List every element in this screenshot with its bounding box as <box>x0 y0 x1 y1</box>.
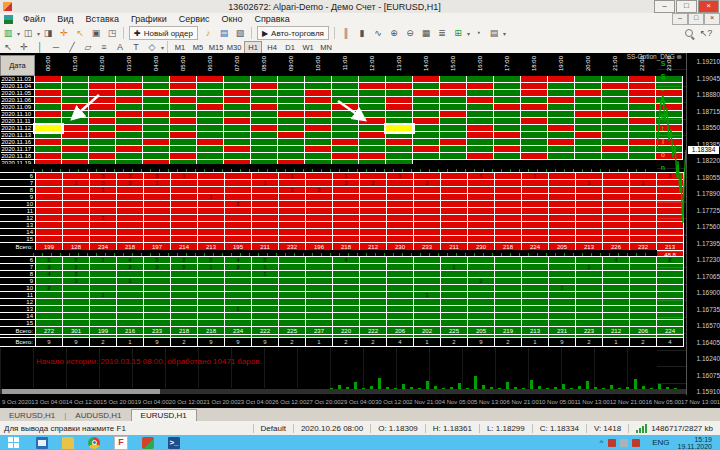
heatmap-cell <box>278 146 305 153</box>
language-indicator[interactable]: ENG <box>652 438 669 447</box>
dropdown-caret-icon[interactable]: ▾ <box>17 30 20 37</box>
restore-button[interactable]: □ <box>676 0 697 13</box>
stats-cell <box>36 208 63 215</box>
timeframe-W1[interactable]: W1 <box>300 42 316 53</box>
chart-menu-icon[interactable] <box>4 15 13 24</box>
heatmap-cell <box>575 132 602 139</box>
new-window-icon[interactable]: ▣ <box>89 27 103 39</box>
footer-total-value: 2 <box>171 338 198 347</box>
cursor-tool-icon[interactable]: ↖ <box>73 27 87 39</box>
dropdown-caret-icon[interactable]: ▾ <box>503 30 506 37</box>
stats-cell <box>333 306 360 313</box>
taskbar-clock[interactable]: 15:19 19.11.2020 <box>677 436 712 450</box>
menu-Графики[interactable]: Графики <box>125 14 173 24</box>
chart-tab-2[interactable]: EURUSD,H1 <box>131 409 197 421</box>
search-icon[interactable] <box>685 29 694 38</box>
chart-tab-1[interactable]: AUDUSD,H1 <box>66 410 130 421</box>
menu-Файл[interactable]: Файл <box>17 14 51 24</box>
chart-shift-icon[interactable]: ◨ <box>41 27 55 39</box>
tester-icon[interactable]: ▧ <box>233 27 247 39</box>
terminal-icon[interactable]: ▤ <box>217 27 231 39</box>
chart-tab-0[interactable]: EURUSD,H1 <box>0 410 64 421</box>
timeframe-M15[interactable]: M15 <box>208 42 224 53</box>
app-icon[interactable] <box>142 437 154 449</box>
fibonacci-icon[interactable]: ≡ <box>97 41 111 53</box>
tray-chevron-icon[interactable]: ^ <box>599 438 603 447</box>
timeframe-H4[interactable]: H4 <box>264 42 280 53</box>
status-profile[interactable]: Default <box>253 424 293 433</box>
shapes-icon[interactable]: ◇ <box>145 41 159 53</box>
heatmap-cell <box>548 111 575 118</box>
tray-icon[interactable] <box>620 439 628 447</box>
vline-icon[interactable]: │ <box>33 41 47 53</box>
time-axis[interactable]: 9 Oct 202013 Oct 04:0014 Oct 12:0015 Oct… <box>0 395 686 408</box>
stats-cell <box>414 299 441 306</box>
stats-cell <box>333 292 360 299</box>
chrome-icon[interactable] <box>88 437 100 449</box>
timeframe-MN[interactable]: MN <box>318 42 334 53</box>
indicators-icon[interactable]: ⊞ <box>451 27 465 39</box>
menu-Окно[interactable]: Окно <box>216 14 249 24</box>
trendline-icon[interactable]: ╱ <box>65 41 79 53</box>
auto-trading-button[interactable]: ▶ Авто-торговля <box>257 26 329 40</box>
cursor-icon[interactable]: ↖ <box>1 41 15 53</box>
file-explorer-icon[interactable] <box>36 437 48 449</box>
stats-cell <box>468 201 495 208</box>
dropdown-caret-icon[interactable]: ▾ <box>161 44 164 51</box>
mdi-close-button[interactable]: × <box>704 13 720 25</box>
close-button[interactable]: × <box>698 0 719 13</box>
line-chart-icon[interactable]: ∿ <box>371 27 385 39</box>
folder-icon[interactable] <box>62 437 74 449</box>
price-tick: 1.15910 <box>697 389 720 396</box>
time-label: 16 Nov 05:00 <box>645 399 681 405</box>
bar-chart-icon[interactable]: ║ <box>339 27 353 39</box>
indicator-close-icon[interactable]: ⊗ <box>677 53 682 60</box>
label-icon[interactable]: T <box>129 41 143 53</box>
menu-Вид[interactable]: Вид <box>51 14 79 24</box>
menu-Вставка[interactable]: Вставка <box>79 14 124 24</box>
zoom-in-icon[interactable]: ⊕ <box>387 27 401 39</box>
help-cursor-icon[interactable]: ↖? <box>699 27 713 39</box>
channel-icon[interactable]: ▱ <box>81 41 95 53</box>
mdi-restore-button[interactable]: □ <box>688 13 704 25</box>
zoom-window-icon[interactable]: ◳ <box>105 27 119 39</box>
timeframe-M5[interactable]: M5 <box>190 42 206 53</box>
timeframe-M1[interactable]: M1 <box>172 42 188 53</box>
stats-cell <box>414 201 441 208</box>
stats-cell <box>36 187 63 194</box>
powershell-icon[interactable]: >_ <box>168 437 180 449</box>
zoom-out-icon[interactable]: ⊖ <box>403 27 417 39</box>
horizontal-scrollbar[interactable] <box>0 389 686 394</box>
heatmap-cell <box>332 97 359 104</box>
dropdown-caret-icon[interactable]: ▾ <box>467 30 470 37</box>
profiles-icon[interactable]: ◫ <box>21 27 35 39</box>
stats-cell <box>549 306 576 313</box>
tray-icon[interactable] <box>632 439 640 447</box>
period-icon[interactable]: ◔ <box>471 27 485 39</box>
candlestick-icon[interactable]: ▮ <box>355 27 369 39</box>
hline-icon[interactable]: ─ <box>49 41 63 53</box>
grid-icon[interactable]: ▦ <box>419 27 433 39</box>
menu-Сервис[interactable]: Сервис <box>173 14 216 24</box>
new-chart-icon[interactable]: ▥ <box>1 27 15 39</box>
timeframe-M30[interactable]: M30 <box>226 42 242 53</box>
price-scale[interactable]: 1.192101.190451.188801.187151.185501.183… <box>686 53 720 395</box>
timeframe-D1[interactable]: D1 <box>282 42 298 53</box>
sound-icon[interactable]: ♪ <box>201 27 215 39</box>
minimize-button[interactable]: – <box>654 0 675 13</box>
start-button[interactable] <box>8 437 19 448</box>
mdi-minimize-button[interactable]: – <box>672 13 688 25</box>
templates-icon[interactable]: ▤ <box>487 27 501 39</box>
crosshair-move-icon[interactable]: ✛ <box>57 27 71 39</box>
scrollbar-thumb[interactable] <box>2 389 160 394</box>
arrange-icon[interactable]: ≣ <box>435 27 449 39</box>
text-icon[interactable]: A <box>113 41 127 53</box>
heatmap-cell <box>494 139 521 146</box>
menu-Справка[interactable]: Справка <box>248 14 295 24</box>
new-order-button[interactable]: ✚ Новый ордер <box>129 26 198 40</box>
dropdown-caret-icon[interactable]: ▾ <box>37 30 40 37</box>
tray-icon[interactable] <box>608 439 616 447</box>
metatrader-icon[interactable]: F <box>114 436 128 450</box>
timeframe-H1[interactable]: H1 <box>244 41 262 54</box>
crosshair-icon[interactable]: ✛ <box>17 41 31 53</box>
